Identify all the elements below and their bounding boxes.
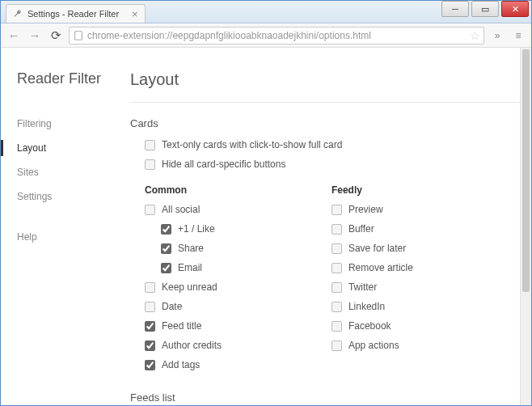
option-label: Facebook [348, 320, 391, 332]
checkbox-save-for-later[interactable] [331, 243, 342, 254]
option-label: Buffer [348, 223, 374, 235]
checkbox-email[interactable] [161, 263, 171, 273]
window-controls: ─ ▭ ✕ [441, 1, 531, 23]
checkbox-keep-unread[interactable] [145, 282, 155, 293]
overflow-icon[interactable]: » [489, 27, 505, 44]
sidebar-item-sites[interactable]: Sites [17, 160, 130, 184]
checkbox-buffer[interactable] [331, 224, 342, 235]
sidebar: Reader Filter Filtering Layout Sites Set… [1, 48, 130, 405]
checkbox-author-credits[interactable] [145, 340, 155, 351]
option-label: +1 / Like [178, 223, 215, 235]
url-text: chrome-extension://eepgdapnfglikiooabkna… [87, 30, 467, 41]
url-field[interactable]: chrome-extension://eepgdapnfglikiooabkna… [69, 27, 484, 44]
page-icon [73, 30, 84, 41]
maximize-button[interactable]: ▭ [471, 1, 499, 17]
titlebar: Settings - Reader Filter × ─ ▭ ✕ [1, 1, 531, 23]
sidebar-item-layout[interactable]: Layout [17, 136, 130, 160]
sidebar-item-help[interactable]: Help [17, 225, 130, 249]
wrench-icon [13, 9, 23, 19]
option-feed-title: Feed title [145, 320, 331, 332]
checkbox-remove-article[interactable] [331, 263, 342, 273]
option-label: LinkedIn [348, 301, 385, 312]
reload-button[interactable]: ⟳ [48, 27, 64, 44]
option-share: Share [161, 243, 331, 254]
checkbox-twitter[interactable] [331, 282, 342, 293]
option-buffer: Buffer [331, 223, 523, 235]
option-plus-one-like: +1 / Like [161, 223, 331, 235]
option-text-only-cards: Text-only cards with click-to-show full … [145, 139, 523, 150]
option-label: Date [162, 301, 182, 312]
app-title: Reader Filter [17, 70, 130, 87]
option-save-for-later: Save for later [331, 243, 523, 254]
column-common: Common All social +1 / Like Share [130, 178, 331, 379]
checkbox-text-only-cards[interactable] [145, 140, 155, 150]
address-bar: ← → ⟳ chrome-extension://eepgdapnfglikio… [1, 23, 531, 48]
content-area: Reader Filter Filtering Layout Sites Set… [1, 48, 531, 405]
hamburger-menu-icon[interactable]: ≡ [510, 27, 526, 44]
forward-button[interactable]: → [27, 27, 43, 44]
subheading-feedly: Feedly [331, 184, 523, 196]
svg-rect-0 [75, 31, 82, 40]
tab-title: Settings - Reader Filter [27, 9, 119, 19]
option-facebook: Facebook [331, 320, 523, 332]
option-app-actions: App actions [331, 340, 523, 351]
option-label: Twitter [348, 281, 377, 293]
option-label: Hide all card-specific buttons [162, 159, 285, 170]
option-author-credits: Author credits [145, 340, 331, 351]
option-all-social: All social [145, 204, 331, 215]
page-title: Layout [130, 70, 523, 89]
browser-tab[interactable]: Settings - Reader Filter × [6, 4, 146, 23]
subheading-common: Common [145, 184, 331, 196]
column-feedly: Feedly Preview Buffer Save for later [331, 178, 523, 379]
close-tab-icon[interactable]: × [132, 8, 138, 20]
option-twitter: Twitter [331, 281, 523, 293]
divider [130, 102, 523, 103]
checkbox-hide-card-buttons[interactable] [145, 159, 155, 170]
option-label: All social [162, 204, 200, 215]
checkbox-date[interactable] [145, 302, 155, 312]
checkbox-add-tags[interactable] [145, 360, 155, 370]
option-linkedin: LinkedIn [331, 301, 523, 312]
option-remove-article: Remove article [331, 262, 523, 273]
option-label: Email [178, 262, 202, 273]
option-label: Feed title [162, 320, 201, 332]
option-date: Date [145, 301, 331, 312]
option-label: Remove article [348, 262, 413, 273]
main-panel: Layout Cards Text-only cards with click-… [130, 48, 531, 405]
option-email: Email [161, 262, 331, 273]
option-label: Keep unread [162, 281, 217, 293]
checkbox-facebook[interactable] [331, 321, 342, 332]
checkbox-share[interactable] [161, 243, 171, 254]
option-label: Preview [348, 204, 383, 215]
option-label: Add tags [162, 359, 200, 370]
option-hide-card-buttons: Hide all card-specific buttons [145, 159, 523, 170]
back-button[interactable]: ← [6, 27, 22, 44]
option-label: Save for later [348, 243, 406, 254]
bookmark-star-icon[interactable]: ☆ [470, 29, 480, 42]
option-label: App actions [348, 340, 399, 351]
checkbox-preview[interactable] [331, 205, 342, 215]
option-keep-unread: Keep unread [145, 281, 331, 293]
sidebar-item-settings[interactable]: Settings [17, 184, 130, 209]
option-preview: Preview [331, 204, 523, 215]
section-feeds-list-heading: Feeds list [130, 391, 523, 404]
section-cards-heading: Cards [130, 117, 523, 129]
vertical-scrollbar[interactable] [520, 48, 531, 405]
option-add-tags: Add tags [145, 359, 331, 370]
close-window-button[interactable]: ✕ [501, 1, 529, 17]
option-label: Text-only cards with click-to-show full … [162, 139, 342, 150]
option-label: Share [178, 243, 204, 254]
checkbox-app-actions[interactable] [331, 340, 342, 351]
scrollbar-thumb[interactable] [522, 49, 530, 292]
checkbox-plus-one-like[interactable] [161, 224, 171, 235]
checkbox-all-social[interactable] [145, 205, 155, 215]
checkbox-feed-title[interactable] [145, 321, 155, 332]
sidebar-item-filtering[interactable]: Filtering [17, 112, 130, 136]
option-label: Author credits [162, 340, 222, 351]
checkbox-linkedin[interactable] [331, 302, 342, 312]
browser-window: Settings - Reader Filter × ─ ▭ ✕ ← → ⟳ c… [0, 0, 532, 406]
cards-columns: Common All social +1 / Like Share [130, 178, 523, 379]
minimize-button[interactable]: ─ [441, 1, 469, 17]
